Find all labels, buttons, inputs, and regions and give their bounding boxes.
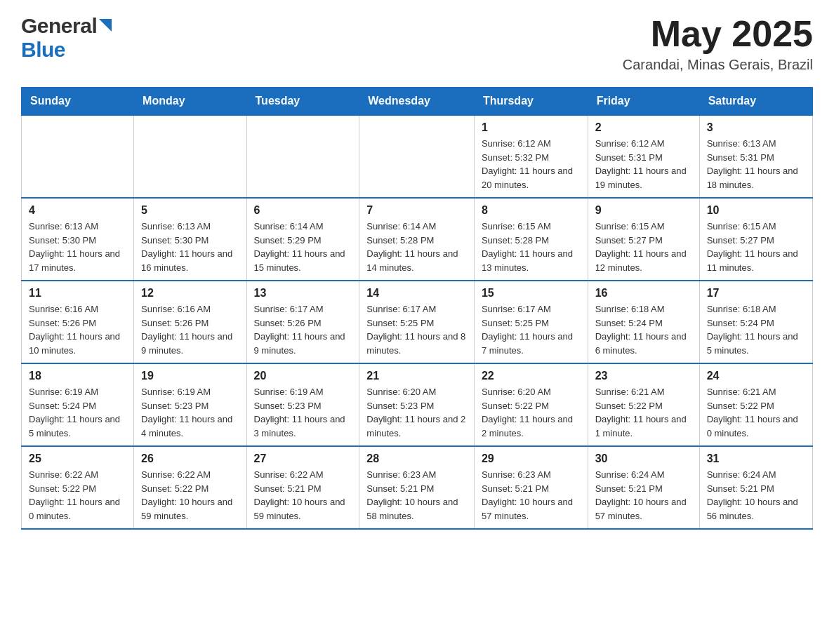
- calendar-week-row: 4Sunrise: 6:13 AM Sunset: 5:30 PM Daylig…: [22, 198, 813, 281]
- day-number: 2: [595, 121, 692, 134]
- day-number: 22: [482, 370, 581, 382]
- location-subtitle: Carandai, Minas Gerais, Brazil: [623, 57, 813, 73]
- day-info: Sunrise: 6:13 AM Sunset: 5:30 PM Dayligh…: [141, 220, 239, 274]
- table-row: 9Sunrise: 6:15 AM Sunset: 5:27 PM Daylig…: [588, 198, 699, 281]
- table-row: 29Sunrise: 6:23 AM Sunset: 5:21 PM Dayli…: [474, 446, 588, 529]
- header-tuesday: Tuesday: [246, 88, 359, 116]
- day-number: 28: [366, 452, 467, 465]
- table-row: [246, 115, 359, 198]
- table-row: 27Sunrise: 6:22 AM Sunset: 5:21 PM Dayli…: [246, 446, 359, 529]
- day-number: 1: [482, 121, 581, 134]
- day-number: 12: [141, 287, 239, 300]
- header-sunday: Sunday: [22, 88, 134, 116]
- table-row: 2Sunrise: 6:12 AM Sunset: 5:31 PM Daylig…: [588, 115, 699, 198]
- day-number: 19: [141, 370, 239, 382]
- day-info: Sunrise: 6:19 AM Sunset: 5:23 PM Dayligh…: [254, 385, 352, 440]
- logo-general-text: General: [21, 14, 97, 38]
- day-info: Sunrise: 6:16 AM Sunset: 5:26 PM Dayligh…: [29, 302, 126, 357]
- table-row: 14Sunrise: 6:17 AM Sunset: 5:25 PM Dayli…: [359, 281, 475, 363]
- day-info: Sunrise: 6:18 AM Sunset: 5:24 PM Dayligh…: [707, 302, 805, 357]
- table-row: 15Sunrise: 6:17 AM Sunset: 5:25 PM Dayli…: [474, 281, 588, 363]
- table-row: 23Sunrise: 6:21 AM Sunset: 5:22 PM Dayli…: [588, 363, 699, 446]
- day-info: Sunrise: 6:21 AM Sunset: 5:22 PM Dayligh…: [595, 385, 692, 440]
- day-number: 27: [254, 452, 352, 465]
- day-number: 13: [254, 287, 352, 300]
- table-row: 5Sunrise: 6:13 AM Sunset: 5:30 PM Daylig…: [134, 198, 246, 281]
- page-header: General Blue May 2025 Carandai, Minas Ge…: [21, 14, 813, 73]
- logo-blue-text: Blue: [21, 38, 65, 61]
- day-info: Sunrise: 6:15 AM Sunset: 5:28 PM Dayligh…: [482, 220, 581, 274]
- day-number: 5: [141, 204, 239, 217]
- day-info: Sunrise: 6:22 AM Sunset: 5:21 PM Dayligh…: [254, 468, 352, 523]
- table-row: 30Sunrise: 6:24 AM Sunset: 5:21 PM Dayli…: [588, 446, 699, 529]
- calendar-week-row: 1Sunrise: 6:12 AM Sunset: 5:32 PM Daylig…: [22, 115, 813, 198]
- table-row: 17Sunrise: 6:18 AM Sunset: 5:24 PM Dayli…: [699, 281, 812, 363]
- day-info: Sunrise: 6:12 AM Sunset: 5:31 PM Dayligh…: [595, 137, 692, 192]
- day-info: Sunrise: 6:16 AM Sunset: 5:26 PM Dayligh…: [141, 302, 239, 357]
- day-number: 25: [29, 452, 126, 465]
- table-row: 7Sunrise: 6:14 AM Sunset: 5:28 PM Daylig…: [359, 198, 475, 281]
- table-row: [134, 115, 246, 198]
- day-info: Sunrise: 6:22 AM Sunset: 5:22 PM Dayligh…: [29, 468, 126, 523]
- day-info: Sunrise: 6:19 AM Sunset: 5:23 PM Dayligh…: [141, 385, 239, 440]
- day-number: 11: [29, 287, 126, 300]
- table-row: 28Sunrise: 6:23 AM Sunset: 5:21 PM Dayli…: [359, 446, 475, 529]
- day-number: 23: [595, 370, 692, 382]
- day-number: 7: [366, 204, 467, 217]
- table-row: 8Sunrise: 6:15 AM Sunset: 5:28 PM Daylig…: [474, 198, 588, 281]
- table-row: 3Sunrise: 6:13 AM Sunset: 5:31 PM Daylig…: [699, 115, 812, 198]
- day-number: 4: [29, 204, 126, 217]
- day-number: 9: [595, 204, 692, 217]
- day-info: Sunrise: 6:22 AM Sunset: 5:22 PM Dayligh…: [141, 468, 239, 523]
- table-row: 11Sunrise: 6:16 AM Sunset: 5:26 PM Dayli…: [22, 281, 134, 363]
- logo: General Blue: [21, 14, 112, 62]
- day-info: Sunrise: 6:24 AM Sunset: 5:21 PM Dayligh…: [595, 468, 692, 523]
- day-info: Sunrise: 6:17 AM Sunset: 5:26 PM Dayligh…: [254, 302, 352, 357]
- day-number: 8: [482, 204, 581, 217]
- table-row: 19Sunrise: 6:19 AM Sunset: 5:23 PM Dayli…: [134, 363, 246, 446]
- day-info: Sunrise: 6:12 AM Sunset: 5:32 PM Dayligh…: [482, 137, 581, 192]
- calendar-week-row: 18Sunrise: 6:19 AM Sunset: 5:24 PM Dayli…: [22, 363, 813, 446]
- table-row: 16Sunrise: 6:18 AM Sunset: 5:24 PM Dayli…: [588, 281, 699, 363]
- day-info: Sunrise: 6:24 AM Sunset: 5:21 PM Dayligh…: [707, 468, 805, 523]
- day-info: Sunrise: 6:15 AM Sunset: 5:27 PM Dayligh…: [595, 220, 692, 274]
- day-info: Sunrise: 6:17 AM Sunset: 5:25 PM Dayligh…: [366, 302, 467, 357]
- day-info: Sunrise: 6:23 AM Sunset: 5:21 PM Dayligh…: [482, 468, 581, 523]
- header-wednesday: Wednesday: [359, 88, 475, 116]
- day-number: 20: [254, 370, 352, 382]
- table-row: 10Sunrise: 6:15 AM Sunset: 5:27 PM Dayli…: [699, 198, 812, 281]
- day-info: Sunrise: 6:13 AM Sunset: 5:30 PM Dayligh…: [29, 220, 126, 274]
- month-title: May 2025: [623, 14, 813, 54]
- table-row: 24Sunrise: 6:21 AM Sunset: 5:22 PM Dayli…: [699, 363, 812, 446]
- day-number: 18: [29, 370, 126, 382]
- table-row: 13Sunrise: 6:17 AM Sunset: 5:26 PM Dayli…: [246, 281, 359, 363]
- svg-marker-0: [99, 19, 112, 32]
- day-info: Sunrise: 6:14 AM Sunset: 5:28 PM Dayligh…: [366, 220, 467, 274]
- day-info: Sunrise: 6:17 AM Sunset: 5:25 PM Dayligh…: [482, 302, 581, 357]
- header-friday: Friday: [588, 88, 699, 116]
- day-number: 31: [707, 452, 805, 465]
- header-monday: Monday: [134, 88, 246, 116]
- table-row: 21Sunrise: 6:20 AM Sunset: 5:23 PM Dayli…: [359, 363, 475, 446]
- calendar-header-row: Sunday Monday Tuesday Wednesday Thursday…: [22, 88, 813, 116]
- day-info: Sunrise: 6:20 AM Sunset: 5:23 PM Dayligh…: [366, 385, 467, 440]
- table-row: 25Sunrise: 6:22 AM Sunset: 5:22 PM Dayli…: [22, 446, 134, 529]
- calendar-table: Sunday Monday Tuesday Wednesday Thursday…: [21, 87, 813, 530]
- table-row: [22, 115, 134, 198]
- calendar-week-row: 25Sunrise: 6:22 AM Sunset: 5:22 PM Dayli…: [22, 446, 813, 529]
- day-number: 16: [595, 287, 692, 300]
- day-info: Sunrise: 6:20 AM Sunset: 5:22 PM Dayligh…: [482, 385, 581, 440]
- day-number: 21: [366, 370, 467, 382]
- day-info: Sunrise: 6:14 AM Sunset: 5:29 PM Dayligh…: [254, 220, 352, 274]
- day-number: 30: [595, 452, 692, 465]
- table-row: 12Sunrise: 6:16 AM Sunset: 5:26 PM Dayli…: [134, 281, 246, 363]
- calendar-week-row: 11Sunrise: 6:16 AM Sunset: 5:26 PM Dayli…: [22, 281, 813, 363]
- header-thursday: Thursday: [474, 88, 588, 116]
- day-number: 6: [254, 204, 352, 217]
- table-row: 31Sunrise: 6:24 AM Sunset: 5:21 PM Dayli…: [699, 446, 812, 529]
- day-info: Sunrise: 6:18 AM Sunset: 5:24 PM Dayligh…: [595, 302, 692, 357]
- logo-flag-icon: [99, 19, 112, 36]
- table-row: [359, 115, 475, 198]
- day-number: 3: [707, 121, 805, 134]
- day-info: Sunrise: 6:15 AM Sunset: 5:27 PM Dayligh…: [707, 220, 805, 274]
